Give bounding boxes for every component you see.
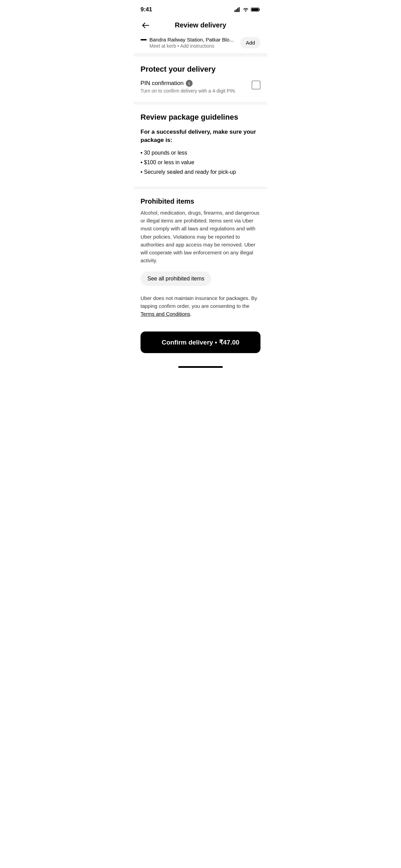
address-text: Bandra Railway Station, Patkar Blo...: [149, 37, 234, 43]
prohibited-items-title: Prohibited items: [141, 197, 260, 205]
signal-icon: [234, 7, 241, 12]
confirm-delivery-button[interactable]: Confirm delivery • ₹47.00: [141, 331, 260, 353]
pin-label-area: PIN confirmation i Turn on to confirm de…: [141, 80, 252, 94]
confirm-button-wrapper: Confirm delivery • ₹47.00: [134, 326, 267, 363]
page-header: Review delivery: [134, 17, 267, 33]
svg-rect-0: [234, 10, 235, 12]
address-line: Bandra Railway Station, Patkar Blo...: [141, 37, 240, 43]
guidelines-list: • 30 pounds or less • $100 or less in va…: [141, 149, 260, 176]
prohibited-items-description: Alcohol, medication, drugs, firearms, an…: [141, 209, 260, 265]
pin-description: Turn on to confirm delivery with a 4-dig…: [141, 88, 252, 94]
insurance-text-main: Uber does not maintain insurance for pac…: [141, 295, 257, 309]
address-dot-icon: [141, 39, 147, 40]
list-item: • $100 or less in value: [141, 159, 260, 166]
address-subtitle: Meet at kerb • Add instructions: [141, 43, 240, 49]
battery-icon: [251, 7, 260, 12]
prohibited-items-section: Prohibited items Alcohol, medication, dr…: [134, 189, 267, 326]
status-icons: [234, 7, 260, 12]
pin-label: PIN confirmation i: [141, 80, 252, 87]
guidelines-intro: For a successful delivery, make sure you…: [141, 128, 260, 144]
status-time: 9:41: [141, 6, 152, 13]
package-guidelines-title: Review package guidelines: [141, 113, 260, 122]
svg-rect-3: [239, 7, 240, 12]
wifi-icon: [243, 7, 249, 12]
list-item: • Securely sealed and ready for pick-up: [141, 168, 260, 176]
delivery-address-row: Bandra Railway Station, Patkar Blo... Me…: [134, 33, 267, 54]
protect-delivery-section: Protect your delivery PIN confirmation i…: [134, 57, 267, 102]
info-icon[interactable]: i: [186, 80, 193, 87]
home-bar: [178, 366, 223, 368]
pin-row: PIN confirmation i Turn on to confirm de…: [141, 80, 260, 94]
home-indicator: [134, 363, 267, 370]
svg-rect-2: [237, 8, 238, 12]
address-info: Bandra Railway Station, Patkar Blo... Me…: [141, 37, 240, 49]
svg-rect-5: [252, 8, 258, 11]
terms-and-conditions-link[interactable]: Terms and Conditions: [141, 311, 190, 317]
divider-1: [134, 54, 267, 57]
divider-3: [134, 186, 267, 189]
pin-checkbox[interactable]: [252, 81, 260, 89]
package-guidelines-section: Review package guidelines For a successf…: [134, 105, 267, 186]
back-button[interactable]: [141, 21, 151, 30]
list-item: • 30 pounds or less: [141, 149, 260, 157]
page-title: Review delivery: [175, 21, 226, 29]
protect-delivery-title: Protect your delivery: [141, 65, 260, 74]
pin-label-text: PIN confirmation: [141, 80, 184, 87]
see-all-prohibited-button[interactable]: See all prohibited items: [141, 272, 211, 286]
divider-2: [134, 102, 267, 105]
status-bar: 9:41: [134, 0, 267, 17]
insurance-period: .: [190, 311, 192, 317]
insurance-text: Uber does not maintain insurance for pac…: [141, 294, 260, 318]
add-instructions-button[interactable]: Add: [240, 37, 260, 48]
svg-rect-1: [236, 9, 237, 12]
